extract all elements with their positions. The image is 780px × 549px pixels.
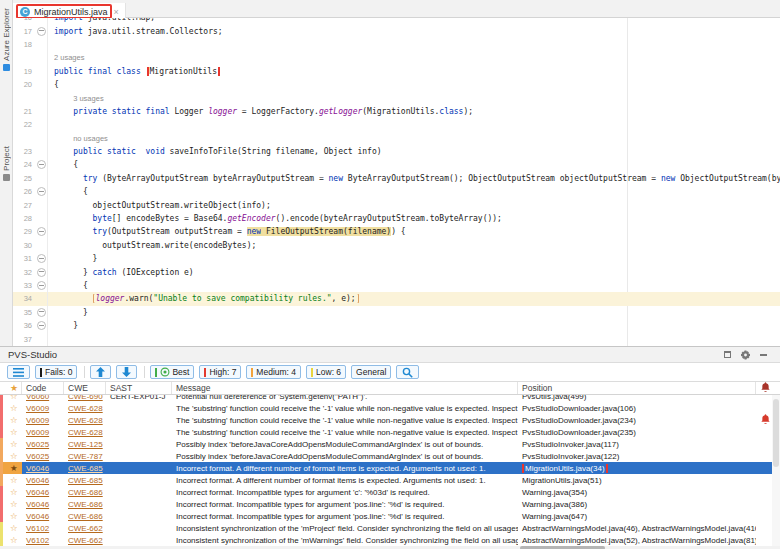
star-icon[interactable]: ☆: [10, 487, 18, 497]
code-cell[interactable]: V6046: [22, 512, 64, 521]
code-cell[interactable]: V6102: [22, 536, 64, 545]
code-cell[interactable]: V6009: [22, 404, 64, 413]
code-link[interactable]: V6046: [26, 476, 49, 485]
code-link[interactable]: V6009: [26, 416, 49, 425]
code-cell[interactable]: V6046: [22, 476, 64, 485]
code-link[interactable]: V6046: [26, 488, 49, 497]
position-cell[interactable]: MigrationUtils.java(34): [518, 464, 756, 473]
star-icon[interactable]: ★: [10, 463, 18, 473]
cwe-cell[interactable]: CWE-125: [64, 440, 106, 449]
cwe-cell[interactable]: CWE-686: [64, 512, 106, 521]
cwe-link[interactable]: CWE-628: [68, 428, 103, 437]
position-cell[interactable]: PvsStudioDownloader.java(234): [518, 416, 756, 425]
warning-row[interactable]: ☆V6046CWE-686Incorrect format. Incompati…: [0, 510, 780, 522]
code-link[interactable]: V6102: [26, 524, 49, 533]
favorite-cell[interactable]: ☆: [0, 414, 22, 426]
favorite-cell[interactable]: ★: [0, 462, 22, 474]
star-icon[interactable]: ☆: [10, 439, 18, 449]
fold-icon[interactable]: [37, 254, 46, 263]
search-button[interactable]: [396, 365, 419, 379]
position-cell[interactable]: AbstractWarningsModel.java(52), Abstract…: [518, 536, 756, 545]
position-cell[interactable]: PvsStudioDownloader.java(106): [518, 404, 756, 413]
cwe-cell[interactable]: CWE-628: [64, 404, 106, 413]
column-header-code[interactable]: Code: [22, 382, 64, 394]
cwe-cell[interactable]: CWE-628: [64, 428, 106, 437]
cwe-link[interactable]: CWE-125: [68, 440, 103, 449]
favorite-cell[interactable]: ☆: [0, 522, 22, 534]
fold-icon[interactable]: [37, 268, 46, 277]
star-icon[interactable]: ☆: [10, 523, 18, 533]
favorite-cell[interactable]: ☆: [0, 510, 22, 522]
code-link[interactable]: V6046: [26, 512, 49, 521]
cwe-cell[interactable]: CWE-662: [64, 536, 106, 545]
star-icon[interactable]: ☆: [10, 451, 18, 461]
next-warning-button[interactable]: [116, 365, 137, 379]
cwe-link[interactable]: CWE-662: [68, 536, 103, 545]
position-cell[interactable]: Warning.java(386): [518, 500, 756, 509]
favorites-column-header[interactable]: ★: [0, 382, 22, 394]
code-link[interactable]: V6046: [26, 500, 49, 509]
fold-icon[interactable]: [37, 27, 46, 36]
star-icon[interactable]: ☆: [10, 415, 18, 425]
code-cell[interactable]: V6046: [22, 488, 64, 497]
position-cell[interactable]: PvsStudioInvoker.java(117): [518, 440, 756, 449]
code-cell[interactable]: V6025: [22, 440, 64, 449]
favorite-cell[interactable]: ☆: [0, 438, 22, 450]
fold-icon[interactable]: [37, 187, 46, 196]
position-cell[interactable]: PvsUtils.java(499): [518, 395, 756, 401]
star-icon[interactable]: ☆: [10, 535, 18, 545]
warning-row[interactable]: ☆V6102CWE-662Inconsistent synchronizatio…: [0, 522, 780, 534]
medium-filter[interactable]: Medium: 4: [246, 365, 301, 379]
cwe-link[interactable]: CWE-686: [68, 488, 103, 497]
code-cell[interactable]: V6102: [22, 524, 64, 533]
cwe-cell[interactable]: CWE-686: [64, 488, 106, 497]
minimize-icon[interactable]: [759, 350, 768, 359]
cwe-cell[interactable]: CWE-628: [64, 416, 106, 425]
star-icon[interactable]: ☆: [10, 403, 18, 413]
code-link[interactable]: V6025: [26, 440, 49, 449]
usages-hint-text[interactable]: 3 usages: [73, 94, 103, 103]
column-header-position[interactable]: Position: [518, 382, 756, 394]
warning-row[interactable]: ☆V6009CWE-628The 'substring' function co…: [0, 414, 780, 426]
gear-icon[interactable]: [741, 350, 750, 359]
code-link[interactable]: V6025: [26, 452, 49, 461]
position-cell[interactable]: Warning.java(647): [518, 512, 756, 521]
code-link[interactable]: V6046: [26, 464, 49, 473]
position-cell[interactable]: PvsStudioInvoker.java(122): [518, 452, 756, 461]
favorite-cell[interactable]: ☆: [0, 395, 22, 402]
cwe-cell[interactable]: CWE-662: [64, 524, 106, 533]
star-icon[interactable]: ☆: [10, 475, 18, 485]
code-link[interactable]: V6102: [26, 536, 49, 545]
cwe-link[interactable]: CWE-628: [68, 416, 103, 425]
cwe-cell[interactable]: CWE-685: [64, 476, 106, 485]
warning-row[interactable]: ☆V6025CWE-125Possibly index 'beforeJavaC…: [0, 438, 780, 450]
favorite-cell[interactable]: ☆: [0, 474, 22, 486]
warning-row[interactable]: ★V6046CWE-685Incorrect format. A differe…: [0, 462, 780, 474]
column-header-sast[interactable]: SAST: [106, 382, 172, 394]
star-icon[interactable]: ☆: [10, 499, 18, 509]
position-cell[interactable]: MigrationUtils.java(51): [518, 476, 756, 485]
close-icon[interactable]: ×: [114, 7, 119, 17]
column-header-message[interactable]: Message: [172, 382, 518, 394]
warning-row[interactable]: ☆V6025CWE-787Possibly index 'beforeJavaC…: [0, 450, 780, 462]
cwe-link[interactable]: CWE-662: [68, 524, 103, 533]
position-cell[interactable]: AbstractWarningsModel.java(46), Abstract…: [518, 524, 756, 533]
warning-row[interactable]: ☆V6009CWE-628The 'substring' function co…: [0, 426, 780, 438]
code-link[interactable]: V6060: [26, 395, 49, 401]
cwe-link[interactable]: CWE-685: [68, 464, 103, 473]
general-filter[interactable]: General: [351, 365, 391, 379]
high-filter[interactable]: High: 7: [199, 365, 241, 379]
usages-hint-text[interactable]: 2 usages: [54, 53, 84, 62]
vertical-scrollbar[interactable]: [772, 395, 780, 546]
favorite-cell[interactable]: ☆: [0, 486, 22, 498]
warning-row[interactable]: ☆V6046CWE-686Incorrect format. Incompati…: [0, 498, 780, 510]
favorite-cell[interactable]: ☆: [0, 534, 22, 546]
fold-icon[interactable]: [37, 160, 46, 169]
warning-row[interactable]: ☆V6046CWE-685Incorrect format. A differe…: [0, 474, 780, 486]
fold-icon[interactable]: [37, 227, 46, 236]
cwe-link[interactable]: CWE-685: [68, 476, 103, 485]
fold-icon[interactable]: [37, 281, 46, 290]
cwe-link[interactable]: CWE-628: [68, 404, 103, 413]
code-cell[interactable]: V6046: [22, 464, 64, 473]
warning-row[interactable]: ☆V6102CWE-662Inconsistent synchronizatio…: [0, 534, 780, 546]
